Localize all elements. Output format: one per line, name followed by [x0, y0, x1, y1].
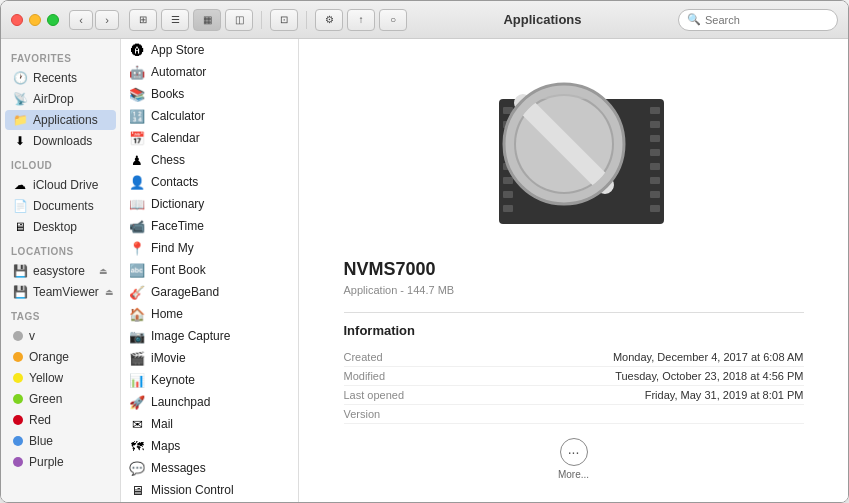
file-item-books[interactable]: 📚 Books [121, 83, 298, 105]
file-item-launchpad[interactable]: 🚀 Launchpad [121, 391, 298, 413]
eject-icon-easystore[interactable]: ⏏ [99, 266, 108, 276]
eject-icon-teamviewer[interactable]: ⏏ [105, 287, 114, 297]
forward-button[interactable]: › [95, 10, 119, 30]
sidebar-item-icloud-drive[interactable]: ☁ iCloud Drive [5, 175, 116, 195]
info-table: Created Monday, December 4, 2017 at 6:08… [344, 348, 804, 424]
chess-icon: ♟ [129, 152, 145, 168]
downloads-icon: ⬇ [13, 134, 27, 148]
file-item-messages[interactable]: 💬 Messages [121, 457, 298, 479]
messages-icon: 💬 [129, 460, 145, 476]
more-button[interactable]: ··· More... [558, 438, 589, 480]
file-name-image-capture: Image Capture [151, 329, 230, 343]
sidebar-label-tag-yellow: Yellow [29, 371, 63, 385]
sidebar-label-tag-orange: Orange [29, 350, 69, 364]
share-button[interactable]: ↑ [347, 9, 375, 31]
contacts-icon: 👤 [129, 174, 145, 190]
file-item-home[interactable]: 🏠 Home [121, 303, 298, 325]
svg-rect-10 [650, 121, 660, 128]
file-item-facetime[interactable]: 📹 FaceTime [121, 215, 298, 237]
airdrop-icon: 📡 [13, 92, 27, 106]
file-item-dictionary[interactable]: 📖 Dictionary [121, 193, 298, 215]
file-name-books: Books [151, 87, 184, 101]
search-input[interactable] [705, 14, 829, 26]
search-box[interactable]: 🔍 [678, 9, 838, 31]
maps-icon: 🗺 [129, 438, 145, 454]
view-gallery-button[interactable]: ◫ [225, 9, 253, 31]
file-name-dictionary: Dictionary [151, 197, 204, 211]
sidebar-item-applications[interactable]: 📁 Applications [5, 110, 116, 130]
main-content: Favorites 🕐 Recents 📡 AirDrop 📁 Applicat… [1, 39, 848, 502]
svg-rect-6 [503, 177, 513, 184]
sidebar-item-recents[interactable]: 🕐 Recents [5, 68, 116, 88]
home-icon: 🏠 [129, 306, 145, 322]
file-item-chess[interactable]: ♟ Chess [121, 149, 298, 171]
sidebar-item-tag-v[interactable]: v [5, 326, 116, 346]
sidebar-label-airdrop: AirDrop [33, 92, 74, 106]
view-list-button[interactable]: ☰ [161, 9, 189, 31]
facetime-icon: 📹 [129, 218, 145, 234]
sidebar-label-tag-red: Red [29, 413, 51, 427]
mail-icon: ✉ [129, 416, 145, 432]
sidebar-item-tag-orange[interactable]: Orange [5, 347, 116, 367]
file-item-app-store[interactable]: 🅐 App Store [121, 39, 298, 61]
file-item-image-capture[interactable]: 📷 Image Capture [121, 325, 298, 347]
file-name-imovie: iMovie [151, 351, 186, 365]
info-label-modified: Modified [344, 370, 444, 382]
info-row-last-opened: Last opened Friday, May 31, 2019 at 8:01… [344, 386, 804, 405]
file-item-mission-control[interactable]: 🖥 Mission Control [121, 479, 298, 501]
maximize-button[interactable] [47, 14, 59, 26]
info-value-modified: Tuesday, October 23, 2018 at 4:56 PM [444, 370, 804, 382]
file-item-findmy[interactable]: 📍 Find My [121, 237, 298, 259]
file-item-mail[interactable]: ✉ Mail [121, 413, 298, 435]
more-label: More... [558, 469, 589, 480]
sidebar-item-desktop[interactable]: 🖥 Desktop [5, 217, 116, 237]
sidebar-item-airdrop[interactable]: 📡 AirDrop [5, 89, 116, 109]
file-item-imovie[interactable]: 🎬 iMovie [121, 347, 298, 369]
action-gear-button[interactable]: ⚙ [315, 9, 343, 31]
file-item-keynote[interactable]: 📊 Keynote [121, 369, 298, 391]
tag-dot-red [13, 415, 23, 425]
file-item-music[interactable]: 🎵 Music [121, 501, 298, 502]
file-name-facetime: FaceTime [151, 219, 204, 233]
file-item-calendar[interactable]: 📅 Calendar [121, 127, 298, 149]
sidebar-label-applications: Applications [33, 113, 98, 127]
sidebar-item-downloads[interactable]: ⬇ Downloads [5, 131, 116, 151]
sidebar-item-easystore[interactable]: 💾 easystore ⏏ [5, 261, 116, 281]
file-name-messages: Messages [151, 461, 206, 475]
easystore-icon: 💾 [13, 264, 27, 278]
file-list: 🅐 App Store 🤖 Automator 📚 Books 🔢 Calcul… [121, 39, 299, 502]
info-value-created: Monday, December 4, 2017 at 6:08 AM [444, 351, 804, 363]
view-icon-button[interactable]: ⊞ [129, 9, 157, 31]
view-options-button[interactable]: ⊡ [270, 9, 298, 31]
file-name-launchpad: Launchpad [151, 395, 210, 409]
file-item-contacts[interactable]: 👤 Contacts [121, 171, 298, 193]
tag-button[interactable]: ○ [379, 9, 407, 31]
sidebar-label-tag-blue: Blue [29, 434, 53, 448]
file-item-maps[interactable]: 🗺 Maps [121, 435, 298, 457]
launchpad-icon: 🚀 [129, 394, 145, 410]
file-item-garageband[interactable]: 🎸 GarageBand [121, 281, 298, 303]
icloud-icon: ☁ [13, 178, 27, 192]
back-button[interactable]: ‹ [69, 10, 93, 30]
file-item-fontbook[interactable]: 🔤 Font Book [121, 259, 298, 281]
view-column-button[interactable]: ▦ [193, 9, 221, 31]
file-item-calculator[interactable]: 🔢 Calculator [121, 105, 298, 127]
file-name-app-store: App Store [151, 43, 204, 57]
sidebar-item-teamviewer[interactable]: 💾 TeamViewer ⏏ [5, 282, 116, 302]
file-name-home: Home [151, 307, 183, 321]
svg-rect-7 [503, 191, 513, 198]
sidebar-item-tag-yellow[interactable]: Yellow [5, 368, 116, 388]
fontbook-icon: 🔤 [129, 262, 145, 278]
minimize-button[interactable] [29, 14, 41, 26]
sidebar-item-tag-purple[interactable]: Purple [5, 452, 116, 472]
sidebar-label-tag-green: Green [29, 392, 62, 406]
sidebar-item-tag-red[interactable]: Red [5, 410, 116, 430]
nvms7000-preview-svg [479, 69, 669, 229]
detail-pane: NVMS7000 Application - 144.7 MB Informat… [299, 39, 848, 502]
sidebar-item-tag-green[interactable]: Green [5, 389, 116, 409]
file-item-automator[interactable]: 🤖 Automator [121, 61, 298, 83]
sidebar-item-tag-blue[interactable]: Blue [5, 431, 116, 451]
sidebar-item-documents[interactable]: 📄 Documents [5, 196, 116, 216]
tag-dot-v [13, 331, 23, 341]
close-button[interactable] [11, 14, 23, 26]
